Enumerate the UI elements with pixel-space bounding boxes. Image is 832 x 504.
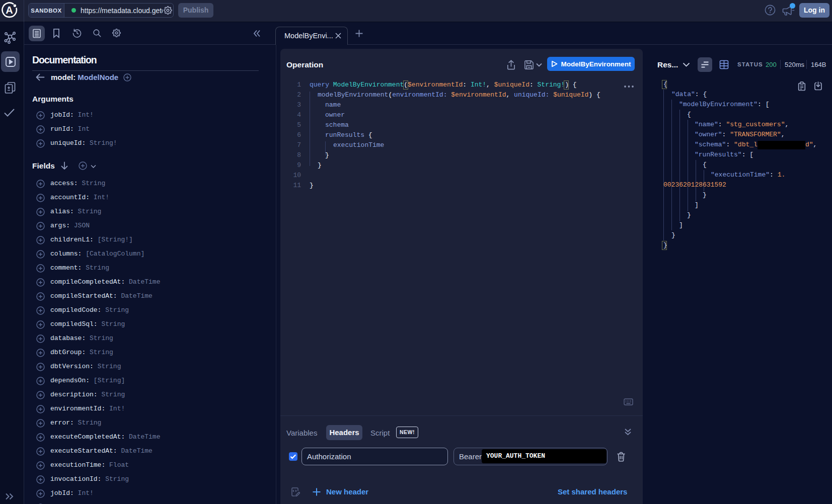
svg-text:A: A xyxy=(6,5,13,16)
